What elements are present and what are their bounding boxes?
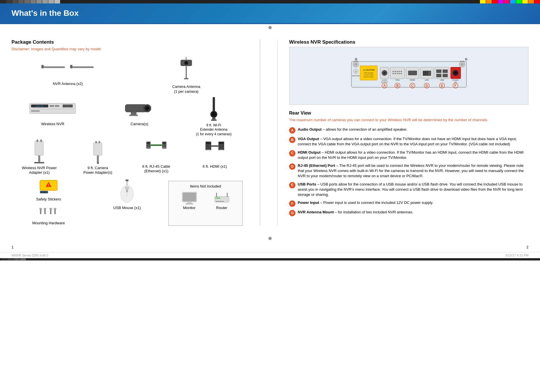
pkg-item-nvr-antenna: NVR Antenna (x2)	[11, 57, 124, 94]
svg-rect-24	[129, 115, 138, 116]
mounting-image	[11, 205, 86, 219]
svg-rect-38	[97, 155, 99, 163]
camera-antenna-label: Camera Antenna(1 per camera)	[172, 84, 200, 94]
svg-point-73	[125, 186, 129, 190]
package-row-1: NVR Antenna (x2) Came	[11, 57, 243, 94]
pkg-item-hdmi: 6 ft. HDMI (x1)	[187, 140, 243, 175]
spec-title-a: Audio Output	[298, 127, 322, 132]
svg-rect-78	[183, 193, 196, 201]
spec-item-c: C HDMI Output – HDMI output allows for a…	[289, 150, 529, 160]
not-included-router: Router	[213, 191, 230, 210]
svg-rect-86	[227, 193, 228, 197]
svg-rect-64	[39, 208, 42, 209]
header-border	[0, 23, 540, 24]
spec-text-d: RJ-45 (Ethernet) Port – The RJ-45 port w…	[298, 163, 529, 179]
badge-f: F	[289, 200, 295, 207]
svg-rect-68	[49, 208, 52, 209]
svg-rect-30	[35, 141, 43, 155]
svg-rect-33	[38, 155, 40, 163]
wifi-antenna-image	[185, 97, 243, 121]
svg-rect-18	[31, 110, 40, 112]
mounting-svg	[39, 206, 59, 219]
svg-text:RISK OF SHOCK: RISK OF SHOCK	[364, 76, 374, 78]
top-decorative-bar	[0, 0, 540, 3]
left-color-strip	[0, 0, 60, 3]
nvr-power-svg	[31, 140, 47, 164]
camera-power-image	[70, 140, 126, 164]
svg-point-120	[395, 73, 396, 74]
svg-rect-132	[427, 71, 428, 75]
spec-item-e: E USB Ports – USB ports allow for the co…	[289, 182, 529, 198]
wifi-antenna-label: 9 ft. Wi-FiExtender Antenna(1 for every …	[196, 123, 232, 137]
svg-rect-31	[36, 140, 38, 142]
spec-text-e: USB Ports – USB ports allow for the conn…	[298, 182, 529, 198]
svg-rect-76	[126, 179, 128, 181]
svg-rect-85	[216, 193, 217, 197]
spec-title-b: VGA Output	[298, 137, 319, 141]
nvr-rear-diagram-svg: G G ⊕ GROUND ⚠ CAUTION HIGH VOLT	[328, 53, 489, 99]
pkg-item-nvr-power: Wireless NVR PowerAdapter (x1)	[11, 140, 67, 175]
spec-desc-c: – HDMI output allows for a video connect…	[298, 150, 524, 160]
nvr-power-label: Wireless NVR PowerAdapter (x1)	[22, 166, 57, 175]
safety-svg: ! NIGHT OWL	[39, 179, 59, 195]
nvr-spec-title: Wireless NVR Specifications	[289, 39, 529, 45]
badge-g: G	[289, 210, 295, 216]
svg-rect-79	[187, 202, 192, 203]
svg-rect-45	[147, 147, 148, 148]
svg-rect-89	[220, 201, 222, 202]
badge-d: D	[289, 163, 295, 170]
router-svg	[213, 191, 230, 206]
spec-text-g: NVR Antenna Mount – for installation of …	[298, 210, 413, 215]
pkg-item-mounting: Mounting Hardware	[11, 205, 86, 226]
svg-text:LAN: LAN	[425, 79, 429, 81]
camera-svg	[124, 99, 155, 119]
footer-date-right: 3/13/17 4:31 PM	[505, 254, 529, 257]
pkg-item-wireless-nvr: NIGHT OWL HD Wireless NVR	[11, 97, 94, 137]
svg-rect-9	[186, 57, 187, 60]
main-content: Package Contents Disclaimer: Images and …	[0, 31, 540, 234]
svg-text:G: G	[465, 57, 468, 61]
svg-rect-3	[70, 65, 72, 68]
spec-item-b: B VGA Output – VGA output allows for a v…	[289, 136, 529, 147]
spec-title-f: Power Input	[298, 200, 319, 205]
disclaimer-text: Disclaimer: Images and Quantities may va…	[11, 47, 243, 51]
page-number-left: 1	[11, 245, 14, 249]
spec-item-d: D RJ-45 (Ethernet) Port – The RJ-45 port…	[289, 163, 529, 179]
not-included-box: Items Not Included Monitor	[168, 181, 243, 226]
monitor-label: Monitor	[183, 206, 195, 210]
crop-mark-top: ⊕	[0, 25, 540, 30]
svg-point-142	[454, 72, 457, 74]
svg-rect-14	[55, 105, 59, 107]
svg-rect-57	[219, 149, 223, 150]
pkg-item-camera-power: 9 ft. CameraPower Adapter(s)	[70, 140, 126, 175]
page-header: What's in the Box	[0, 3, 540, 23]
usb-mouse-svg	[118, 178, 137, 204]
camera-power-svg	[90, 140, 106, 164]
spec-item-f: F Power Input – Power input is used to c…	[289, 200, 529, 207]
svg-point-123	[401, 73, 402, 74]
spec-item-a: A Audio Output – allows for the connecti…	[289, 127, 529, 134]
badge-a: A	[289, 127, 295, 134]
svg-rect-46	[148, 147, 149, 148]
svg-text:HDMI: HDMI	[410, 79, 415, 81]
spec-title-d: RJ-45 (Ethernet) Port	[298, 163, 335, 168]
nvr-diagram: G G ⊕ GROUND ⚠ CAUTION HIGH VOLT	[289, 47, 529, 105]
svg-text:B: B	[396, 84, 399, 88]
wireless-nvr-label: Wireless NVR	[41, 122, 64, 127]
bottom-decorative-bar	[0, 258, 540, 260]
left-column: Package Contents Disclaimer: Images and …	[11, 39, 243, 226]
svg-rect-44	[163, 142, 166, 144]
rj45-image	[128, 140, 184, 163]
svg-rect-29	[211, 119, 217, 121]
camera-image	[98, 97, 181, 120]
svg-text:OUTPUT: OUTPUT	[381, 81, 388, 83]
camera-antenna-image	[130, 57, 243, 83]
right-column: Wireless NVR Specifications G G	[277, 39, 529, 226]
spec-desc-f: – Power input is used to connect the inc…	[320, 200, 433, 205]
pkg-item-wifi-antenna: 9 ft. Wi-FiExtender Antenna(1 for every …	[185, 97, 243, 137]
svg-rect-82	[216, 198, 217, 198]
svg-text:GROUND: GROUND	[352, 75, 360, 77]
package-contents-title: Package Contents	[11, 39, 243, 45]
svg-rect-37	[99, 141, 100, 143]
svg-rect-138	[443, 74, 448, 77]
